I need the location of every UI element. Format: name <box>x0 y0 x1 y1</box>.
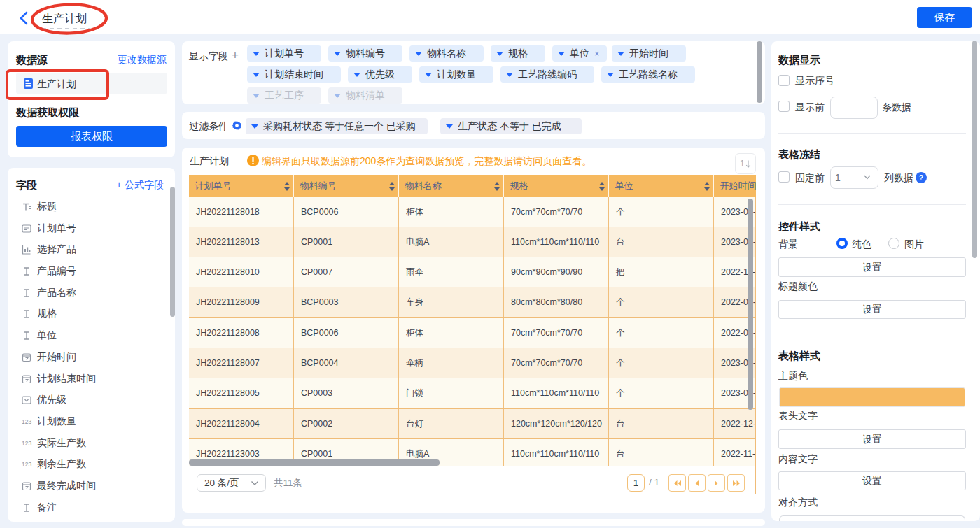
svg-text:?: ? <box>919 174 923 182</box>
